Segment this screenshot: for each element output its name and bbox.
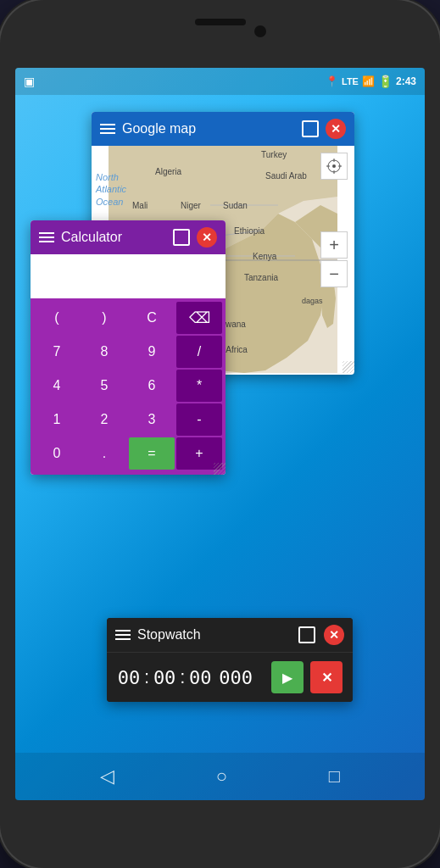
calc-btn-3[interactable]: 3 — [129, 403, 175, 436]
calc-buttons: ( ) C ⌫ 7 8 9 / 4 5 — [31, 298, 226, 475]
status-bar: ▣ 📍 LTE 📶 🔋 2:43 — [15, 68, 425, 95]
phone-screen: ▣ 📍 LTE 📶 🔋 2:43 Google map ✕ — [15, 68, 425, 800]
calc-btn-close-paren[interactable]: ) — [81, 302, 127, 334]
calc-row-4: 1 2 3 - — [34, 403, 222, 436]
calc-btn-divide[interactable]: / — [176, 336, 222, 368]
map-title: Google map — [122, 121, 295, 136]
calc-btn-9[interactable]: 9 — [129, 336, 175, 368]
stopwatch-seconds: 00 — [188, 667, 212, 688]
stopwatch-minutes: 00 — [153, 667, 176, 688]
wifi-icon: 📶 — [362, 75, 375, 87]
calc-close-button[interactable]: ✕ — [197, 227, 217, 248]
phone-bottom — [0, 800, 440, 868]
calc-btn-0[interactable]: 0 — [34, 437, 80, 470]
phone-top — [0, 0, 440, 68]
stopwatch-sep2: : — [180, 666, 185, 688]
stopwatch-title: Stopwatch — [137, 627, 292, 643]
stopwatch-milliseconds: 000 — [219, 667, 253, 688]
map-titlebar: Google map ✕ — [92, 112, 354, 146]
map-zoom-controls: + − — [320, 231, 348, 287]
calc-btn-equals[interactable]: = — [129, 437, 175, 470]
calc-resize-handle[interactable] — [214, 463, 226, 475]
calculator-widget: Calculator ✕ ( ) C ⌫ — [31, 220, 226, 475]
calc-btn-subtract[interactable]: - — [176, 403, 222, 436]
stopwatch-sep1: : — [144, 666, 149, 688]
play-icon: ▶ — [282, 670, 292, 686]
map-window-button[interactable] — [302, 120, 319, 137]
calc-btn-clear[interactable]: C — [129, 302, 175, 334]
calc-row-1: ( ) C ⌫ — [34, 302, 222, 334]
taskbar-icon: ▣ — [24, 75, 35, 88]
battery-icon: 🔋 — [378, 75, 393, 88]
calc-btn-multiply[interactable]: * — [176, 370, 222, 402]
calc-btn-4[interactable]: 4 — [34, 370, 80, 402]
calc-btn-1[interactable]: 1 — [34, 403, 80, 436]
calc-menu-icon[interactable] — [39, 232, 54, 242]
calc-display — [31, 254, 226, 298]
calc-btn-decimal[interactable]: . — [81, 437, 127, 470]
calc-titlebar: Calculator ✕ — [31, 220, 226, 254]
status-right: 📍 LTE 📶 🔋 2:43 — [326, 75, 416, 88]
stopwatch-display: 00 : 00 : 00 000 ▶ ✕ — [107, 653, 353, 702]
map-close-button[interactable]: ✕ — [326, 119, 346, 139]
stop-icon: ✕ — [321, 670, 332, 686]
nav-back-button[interactable]: ◁ — [100, 765, 114, 787]
bottom-nav: ◁ ○ □ — [15, 753, 425, 800]
location-icon: 📍 — [326, 75, 338, 87]
stopwatch-hours: 00 — [117, 667, 141, 688]
phone-speaker — [195, 19, 246, 25]
nav-recent-button[interactable]: □ — [329, 765, 340, 787]
map-menu-icon[interactable] — [100, 124, 115, 134]
calc-btn-backspace[interactable]: ⌫ — [176, 302, 222, 334]
stopwatch-stop-button[interactable]: ✕ — [310, 661, 343, 693]
calc-btn-5[interactable]: 5 — [81, 370, 127, 402]
calc-row-5: 0 . = + — [34, 437, 222, 470]
calc-btn-open-paren[interactable]: ( — [34, 302, 80, 334]
svg-point-7 — [332, 164, 336, 168]
signal-indicator: LTE — [342, 76, 359, 86]
stopwatch-close-title-button[interactable]: ✕ — [324, 625, 344, 645]
clock: 2:43 — [396, 75, 416, 87]
calc-row-2: 7 8 9 / — [34, 336, 222, 368]
phone-camera — [254, 25, 266, 37]
stopwatch-widget: Stopwatch ✕ 00 : 00 : 00 000 ▶ ✕ — [107, 618, 353, 702]
nav-home-button[interactable]: ○ — [216, 765, 227, 787]
stopwatch-titlebar: Stopwatch ✕ — [107, 618, 353, 653]
calc-btn-2[interactable]: 2 — [81, 403, 127, 436]
map-location-button[interactable] — [320, 153, 348, 180]
stopwatch-play-button[interactable]: ▶ — [271, 661, 304, 693]
calc-title: Calculator — [61, 230, 166, 245]
phone-frame: ▣ 📍 LTE 📶 🔋 2:43 Google map ✕ — [0, 0, 440, 868]
stopwatch-menu-icon[interactable] — [115, 630, 131, 640]
map-resize-handle[interactable] — [343, 361, 354, 373]
calc-row-3: 4 5 6 * — [34, 370, 222, 402]
desktop: Google map ✕ — [15, 95, 425, 753]
map-zoom-out-button[interactable]: − — [320, 260, 348, 287]
map-zoom-in-button[interactable]: + — [320, 231, 348, 259]
calc-btn-7[interactable]: 7 — [34, 336, 80, 368]
status-left: ▣ — [24, 75, 35, 88]
calc-btn-6[interactable]: 6 — [129, 370, 175, 402]
stopwatch-window-button[interactable] — [298, 626, 315, 643]
calc-btn-8[interactable]: 8 — [81, 336, 127, 368]
calc-window-button[interactable] — [173, 229, 190, 246]
